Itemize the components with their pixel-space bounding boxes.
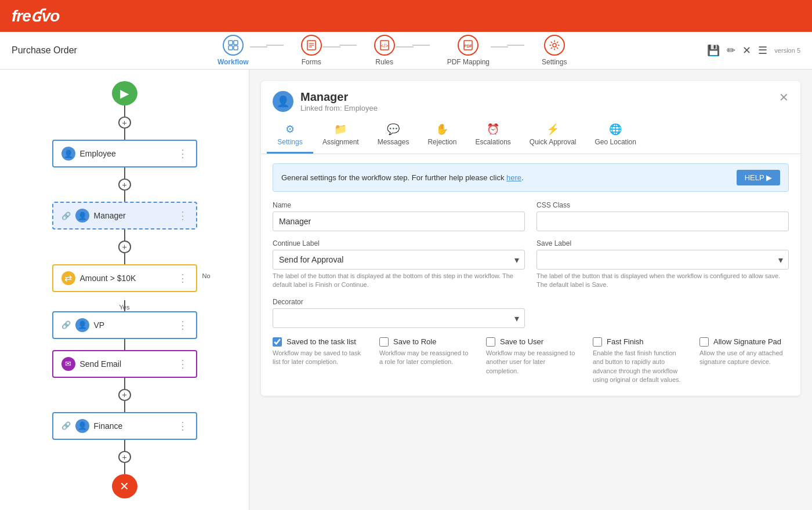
tab-escalations[interactable]: ⏰ Escalations (466, 117, 520, 154)
savedtotasklist-checkbox[interactable] (273, 337, 282, 347)
nav-step-forms[interactable]: Forms (284, 35, 339, 66)
checkbox-fastfinish-top: Fast Finish (593, 337, 682, 347)
end-node[interactable]: ✕ (112, 474, 137, 498)
quickapproval-tab-icon: ⚡ (546, 123, 559, 136)
decision-node-menu[interactable]: ⋮ (177, 272, 188, 285)
workflow-canvas: ▶ + 👤 Employee ⋮ + 🔗 👤 Manager ⋮ + (0, 70, 249, 510)
close-nav-icon[interactable]: ✕ (742, 44, 751, 57)
sendemail-node-label: Send Email (80, 359, 122, 369)
main-content: ▶ + 👤 Employee ⋮ + 🔗 👤 Manager ⋮ + (0, 70, 812, 510)
fastfinish-desc: Enable the fast finish function and butt… (593, 349, 682, 385)
decision-wrapper: ⇄ Amount > $10K ⋮ No Yes (52, 264, 197, 300)
svg-text:</>: </> (380, 43, 388, 49)
settings-step-label: Settings (542, 58, 567, 66)
messages-tab-icon: 💬 (387, 123, 400, 136)
continue-select[interactable]: Send for Approval (273, 250, 525, 269)
pdf-step-label: PDF Mapping (447, 58, 490, 66)
connector-line (124, 129, 125, 140)
add-connector-3[interactable]: + (118, 241, 131, 253)
info-bar-text: General settings for the workflow step. … (281, 173, 524, 182)
connector-line (124, 440, 125, 451)
savetouser-checkbox[interactable] (486, 337, 495, 347)
save-label-label: Save Label (536, 239, 789, 247)
decision-node-label: Amount > $10K (80, 274, 136, 283)
savetorole-checkbox[interactable] (379, 337, 389, 347)
checkbox-savetorole: Save to Role Workflow may be reassigned … (379, 337, 469, 385)
geolocation-tab-icon: 🌐 (609, 123, 622, 136)
info-bar-link[interactable]: here (506, 173, 521, 182)
forms-step-label: Forms (302, 58, 321, 66)
decision-node[interactable]: ⇄ Amount > $10K ⋮ No (52, 264, 197, 292)
panel-avatar: 👤 (273, 91, 293, 112)
finance-node-menu[interactable]: ⋮ (177, 420, 188, 432)
vp-node[interactable]: 🔗 👤 VP ⋮ (52, 311, 197, 339)
panel-close-button[interactable]: ✕ (779, 90, 789, 104)
manager-node-menu[interactable]: ⋮ (177, 209, 188, 222)
finance-node[interactable]: 🔗 👤 Finance ⋮ (52, 412, 197, 440)
sendemail-node-menu[interactable]: ⋮ (177, 358, 188, 370)
finance-node-left: 🔗 👤 Finance (61, 419, 123, 433)
nav-steps: Workflow Forms </> (200, 35, 585, 66)
tab-rejection[interactable]: ✋ Rejection (418, 117, 466, 154)
svg-text:PDF: PDF (464, 44, 473, 48)
savetouser-label: Save to User (500, 337, 543, 346)
connector-line (124, 378, 125, 389)
rules-step-icon: </> (374, 35, 395, 56)
sendemail-node-left: ✉ Send Email (61, 357, 122, 371)
rejection-tab-label: Rejection (427, 138, 456, 146)
tab-quickapproval[interactable]: ⚡ Quick Approval (520, 117, 586, 154)
app-logo: freʛvo (12, 6, 59, 26)
add-connector-1[interactable]: + (118, 116, 131, 129)
checkbox-allowsignaturepad: Allow Signature Pad Allow the use of any… (699, 337, 789, 385)
vp-link-icon: 🔗 (61, 320, 71, 329)
employee-node[interactable]: 👤 Employee ⋮ (52, 140, 197, 167)
tab-geolocation[interactable]: 🌐 Geo Location (586, 117, 646, 154)
edit-icon[interactable]: ✏ (727, 44, 735, 57)
nav-step-pdf[interactable]: PDF PDF Mapping (430, 35, 507, 66)
escalations-tab-label: Escalations (475, 138, 510, 146)
tab-assignment[interactable]: 📁 Assignment (313, 117, 368, 154)
add-connector-2[interactable]: + (118, 178, 131, 191)
decorator-select[interactable] (273, 308, 525, 328)
save-select[interactable] (536, 250, 789, 269)
add-connector-5[interactable]: + (118, 451, 131, 463)
continue-hint: The label of the button that is displaye… (273, 272, 525, 290)
form-group-continue: Continue Label Send for Approval The lab… (273, 239, 525, 290)
menu-icon[interactable]: ☰ (758, 44, 767, 57)
start-node[interactable]: ▶ (112, 81, 137, 105)
employee-node-menu[interactable]: ⋮ (177, 147, 188, 160)
name-input[interactable] (273, 212, 525, 231)
vp-node-menu[interactable]: ⋮ (177, 319, 188, 332)
continue-label-label: Continue Label (273, 239, 525, 247)
nav-step-workflow[interactable]: Workflow (200, 35, 266, 66)
checkbox-row: Saved to the task list Workflow may be s… (273, 337, 789, 385)
tab-messages[interactable]: 💬 Messages (368, 117, 419, 154)
checkbox-savetorole-top: Save to Role (379, 337, 469, 347)
allowsignaturepad-checkbox[interactable] (699, 337, 709, 347)
savetorole-desc: Workflow may be reassigned to a role for… (379, 349, 469, 367)
settings-step-icon (544, 35, 565, 56)
connector-line (124, 401, 125, 412)
quickapproval-tab-label: Quick Approval (530, 138, 577, 146)
manager-node[interactable]: 🔗 👤 Manager ⋮ (52, 202, 197, 230)
cssclass-input[interactable] (536, 212, 789, 231)
form-group-cssclass: CSS Class (536, 201, 789, 231)
checkbox-savetouser: Save to User Workflow may be reassigned … (486, 337, 575, 385)
connector-line (124, 463, 125, 474)
tab-settings[interactable]: ⚙ Settings (267, 117, 313, 154)
right-panel: 👤 Manager Linked from: Employee ✕ ⚙ Sett… (249, 70, 812, 510)
top-nav: Purchase Order Workflow (0, 32, 812, 70)
manager-node-left: 🔗 👤 Manager (61, 209, 126, 223)
svg-rect-1 (234, 41, 238, 45)
nav-step-settings[interactable]: Settings (524, 35, 584, 66)
fastfinish-checkbox[interactable] (593, 337, 602, 347)
add-connector-4[interactable]: + (118, 389, 131, 401)
help-button[interactable]: HELP ▶ (737, 170, 780, 185)
sendemail-node[interactable]: ✉ Send Email ⋮ (52, 350, 197, 378)
manager-link-icon: 🔗 (61, 212, 71, 220)
allowsignaturepad-label: Allow Signature Pad (713, 337, 781, 346)
svg-point-12 (553, 43, 556, 47)
save-select-wrapper (536, 250, 789, 269)
save-icon[interactable]: 💾 (707, 44, 720, 57)
nav-step-rules[interactable]: </> Rules (357, 35, 412, 66)
